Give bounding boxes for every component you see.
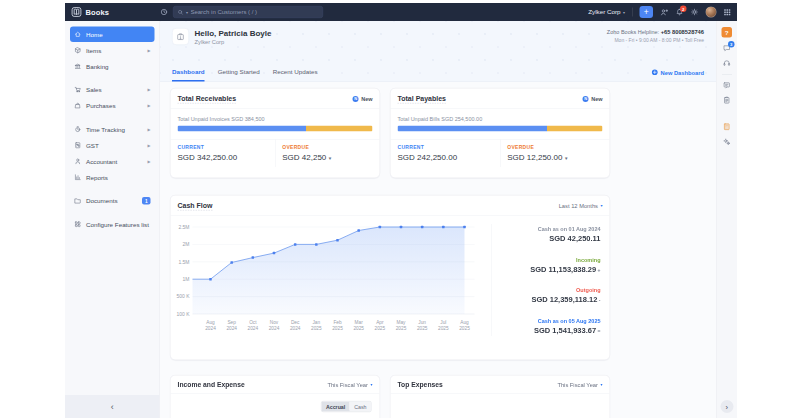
- feedback-icon[interactable]: [723, 81, 732, 90]
- cash-flow-summary-3: Cash as on 05 Aug 2025SGD 1,541,933.67=: [492, 318, 601, 335]
- settings-gear-icon[interactable]: [691, 8, 699, 16]
- payables-overdue-value[interactable]: SGD 12,250.00▼: [507, 153, 602, 162]
- dashboard-tabs: DashboardGetting StartedRecent Updates: [172, 69, 318, 82]
- top-expenses-card: Top Expenses This Fiscal Year ▾: [390, 375, 610, 418]
- toggle-accrual[interactable]: Accrual: [321, 402, 349, 412]
- svg-text:May2025: May2025: [396, 320, 407, 331]
- chevron-right-icon: ▶: [147, 143, 150, 148]
- svg-text:Mar2025: Mar2025: [353, 320, 364, 331]
- greeting-text: Hello, Patricia Boyle: [195, 28, 272, 37]
- gst-icon: [74, 142, 82, 150]
- toggle-cash[interactable]: Cash: [350, 402, 371, 412]
- brand[interactable]: Books: [71, 7, 159, 18]
- calculator-icon[interactable]: [723, 123, 732, 132]
- chevron-right-icon: ▶: [147, 88, 150, 93]
- payables-current-value: SGD 242,250.00: [398, 153, 493, 162]
- circle-plus-icon: [652, 69, 659, 76]
- configure-icon: [74, 221, 82, 229]
- cash-flow-range-selector[interactable]: Last 12 Months ▾: [559, 203, 603, 209]
- quick-create-button[interactable]: +: [640, 6, 654, 18]
- screenshot-canvas: Books ▾ Zylker Corp ▾ + 2: [0, 0, 800, 418]
- top-expenses-range-selector[interactable]: This Fiscal Year ▾: [557, 382, 602, 388]
- sidebar-nav-list: HomeItems▶BankingSales▶Purchases▶Time Tr…: [65, 27, 160, 233]
- clipboard-icon[interactable]: [723, 96, 732, 105]
- receivables-overdue-value[interactable]: SGD 42,250▼: [282, 153, 372, 162]
- new-dashboard-label: New Dashboard: [661, 69, 704, 75]
- sidebar-item-banking[interactable]: Banking: [70, 59, 155, 75]
- tab-dashboard[interactable]: Dashboard: [172, 69, 205, 82]
- svg-text:Feb2025: Feb2025: [332, 320, 343, 331]
- sidebar-item-label: Purchases: [86, 102, 116, 109]
- sidebar-item-gst[interactable]: GST▶: [70, 138, 155, 154]
- topbar-divider: [632, 8, 633, 17]
- new-dashboard-button[interactable]: New Dashboard: [652, 69, 704, 76]
- sidebar-item-label: GST: [86, 142, 99, 149]
- org-name-text: Zylker Corp: [195, 39, 272, 45]
- sidebar-item-time-tracking[interactable]: Time Tracking▶: [70, 122, 155, 138]
- payables-overdue-segment: [547, 126, 602, 132]
- building-icon: [176, 32, 185, 41]
- payables-current-segment: [398, 126, 548, 132]
- income-expense-title: Income and Expense: [178, 381, 245, 389]
- sidebar-item-accountant[interactable]: Accountant▶: [70, 154, 155, 170]
- sales-icon: [74, 86, 82, 94]
- help-icon[interactable]: ?: [722, 27, 733, 38]
- top-expenses-title: Top Expenses: [398, 381, 443, 389]
- chat-notifications-icon[interactable]: 3: [723, 44, 732, 53]
- apps-grid-icon[interactable]: [724, 8, 732, 16]
- rail-expand-button[interactable]: ›: [720, 400, 733, 413]
- time-tracking-icon: [74, 126, 82, 134]
- org-logo: [172, 28, 189, 45]
- sidebar-item-label: Items: [86, 47, 101, 54]
- search-input[interactable]: [190, 9, 318, 16]
- cash-flow-card: Cash Flow Last 12 Months ▾ 2.5M2M1.5M1M5…: [170, 195, 610, 360]
- top-bar: Books ▾ Zylker Corp ▾ + 2: [65, 3, 737, 21]
- total-receivables-card: Total Receivables NNew Total Unpaid Invo…: [170, 88, 380, 178]
- sidebar-item-label: Banking: [86, 63, 109, 70]
- global-search[interactable]: ▾: [173, 6, 323, 18]
- main-content: Hello, Patricia Boyle Zylker Corp Zoho B…: [160, 21, 716, 418]
- payables-progress-bar: [398, 126, 603, 132]
- receivables-current-segment: [178, 126, 307, 132]
- receivables-new-badge[interactable]: NNew: [353, 96, 373, 102]
- sidebar-item-reports[interactable]: Reports: [70, 170, 155, 186]
- tab-getting-started[interactable]: Getting Started: [218, 69, 260, 82]
- org-switcher[interactable]: Zylker Corp ▾: [588, 9, 625, 16]
- sidebar-item-documents[interactable]: Documents1: [70, 193, 155, 209]
- svg-text:100 K: 100 K: [176, 311, 190, 317]
- sidebar-item-sales[interactable]: Sales▶: [70, 82, 155, 98]
- recent-history-icon[interactable]: [160, 8, 168, 16]
- receivables-overdue-segment: [306, 126, 372, 132]
- sidebar-item-label: Accountant: [86, 158, 117, 165]
- new-dot-icon: N: [353, 96, 359, 102]
- sidebar-item-home[interactable]: Home: [70, 27, 155, 43]
- notifications-bell-icon[interactable]: 2: [676, 8, 684, 16]
- purchases-icon: [74, 102, 82, 110]
- receivables-current-value: SGD 342,250.00: [178, 153, 268, 162]
- reports-icon: [74, 174, 82, 182]
- income-expense-range-selector[interactable]: This Fiscal Year ▾: [327, 382, 372, 388]
- sidebar-item-configure-features-list[interactable]: Configure Features list: [70, 217, 155, 233]
- sidebar-item-purchases[interactable]: Purchases▶: [70, 98, 155, 114]
- cash-flow-summary-1: IncomingSGD 11,153,838.29+: [492, 257, 601, 274]
- sidebar-item-items[interactable]: Items▶: [70, 43, 155, 59]
- cash-flow-summary-panel: Cash as on 01 Aug 2024SGD 42,250.11Incom…: [492, 224, 610, 336]
- right-utility-rail: ? 3 ›: [716, 21, 737, 418]
- receivables-title: Total Receivables: [178, 94, 237, 104]
- chevron-down-icon: ▾: [600, 383, 602, 388]
- tab-recent-updates[interactable]: Recent Updates: [273, 69, 318, 82]
- automation-gears-icon[interactable]: [723, 138, 732, 147]
- support-headset-icon[interactable]: [723, 59, 732, 68]
- payables-new-badge[interactable]: NNew: [583, 96, 603, 102]
- users-icon[interactable]: [660, 8, 669, 17]
- user-avatar[interactable]: [706, 7, 717, 18]
- svg-text:500 K: 500 K: [176, 293, 190, 299]
- cash-flow-title: Cash Flow: [178, 201, 213, 211]
- sidebar-collapse-button[interactable]: ‹: [65, 395, 160, 418]
- sidebar-item-label: Documents: [86, 197, 118, 204]
- svg-text:Dec2024: Dec2024: [290, 320, 301, 331]
- chat-count-badge: 3: [728, 41, 735, 48]
- home-icon: [74, 31, 82, 39]
- search-scope-chevron-icon[interactable]: ▾: [186, 10, 188, 15]
- cash-flow-summary-0: Cash as on 01 Aug 2024SGD 42,250.11: [492, 226, 601, 243]
